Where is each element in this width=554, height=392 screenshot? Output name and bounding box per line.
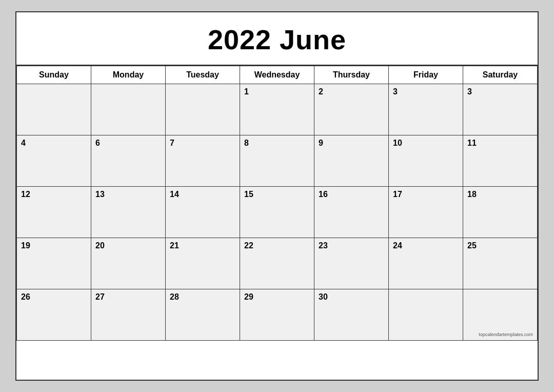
week-row-5: 2627282930topcalendartemplates.com (17, 289, 538, 341)
day-number: 7 (170, 139, 235, 148)
day-cell: 1 (240, 84, 314, 135)
day-number: 4 (21, 139, 87, 148)
day-number: 19 (21, 241, 87, 250)
day-cell: 7 (166, 135, 240, 187)
day-number: 10 (393, 139, 459, 148)
day-cell: 25 (463, 238, 538, 289)
day-cell (166, 84, 240, 135)
week-row-4: 19202122232425 (17, 238, 538, 289)
watermark: topcalendartemplates.com (479, 332, 533, 337)
day-number: 30 (319, 292, 384, 302)
day-cell: 19 (17, 238, 91, 289)
day-number: 3 (393, 87, 459, 96)
day-number: 22 (244, 241, 310, 250)
day-number: 6 (95, 139, 161, 148)
day-number: 16 (319, 190, 384, 199)
day-headers-row: SundayMondayTuesdayWednesdayThursdayFrid… (17, 66, 538, 84)
day-number: 25 (467, 241, 533, 250)
day-cell: 3 (463, 84, 538, 135)
day-number: 1 (244, 87, 310, 96)
day-header-tuesday: Tuesday (166, 66, 240, 84)
week-row-1: 1233 (17, 84, 538, 135)
day-cell: 18 (463, 187, 538, 238)
day-number: 9 (319, 139, 384, 148)
day-number: 27 (95, 292, 161, 302)
day-cell: 4 (17, 135, 91, 187)
day-cell: 14 (166, 187, 240, 238)
day-cell: 24 (389, 238, 463, 289)
calendar-table: SundayMondayTuesdayWednesdayThursdayFrid… (16, 66, 538, 341)
calendar-container: 2022 June SundayMondayTuesdayWednesdayTh… (15, 11, 539, 381)
day-number: 17 (393, 190, 459, 199)
day-cell: 30 (314, 289, 389, 341)
day-number: 21 (170, 241, 235, 250)
day-cell: 11 (463, 135, 538, 187)
day-number: 26 (21, 292, 87, 302)
day-cell: 16 (314, 187, 389, 238)
day-header-monday: Monday (91, 66, 166, 84)
day-cell: 22 (240, 238, 314, 289)
day-cell: 15 (240, 187, 314, 238)
day-cell: 29 (240, 289, 314, 341)
calendar-header: 2022 June (16, 12, 538, 66)
day-number: 2 (319, 87, 384, 96)
week-row-2: 467891011 (17, 135, 538, 187)
day-cell: 10 (389, 135, 463, 187)
week-row-3: 12131415161718 (17, 187, 538, 238)
day-number: 3 (467, 87, 533, 96)
day-cell: 21 (166, 238, 240, 289)
day-cell (389, 289, 463, 341)
day-cell: topcalendartemplates.com (463, 289, 538, 341)
day-cell: 28 (166, 289, 240, 341)
day-cell: 2 (314, 84, 389, 135)
day-number: 14 (170, 190, 235, 199)
day-number: 15 (244, 190, 310, 199)
day-header-thursday: Thursday (314, 66, 389, 84)
day-cell: 3 (389, 84, 463, 135)
day-header-sunday: Sunday (17, 66, 91, 84)
day-number: 12 (21, 190, 87, 199)
day-header-wednesday: Wednesday (240, 66, 314, 84)
day-number: 24 (393, 241, 459, 250)
day-cell: 20 (91, 238, 166, 289)
day-cell (17, 84, 91, 135)
day-cell: 9 (314, 135, 389, 187)
day-cell (91, 84, 166, 135)
day-cell: 17 (389, 187, 463, 238)
day-number: 13 (95, 190, 161, 199)
day-cell: 12 (17, 187, 91, 238)
day-number: 20 (95, 241, 161, 250)
day-header-saturday: Saturday (463, 66, 538, 84)
day-number: 23 (319, 241, 384, 250)
calendar-title: 2022 June (208, 24, 346, 55)
day-number: 29 (244, 292, 310, 302)
day-number: 18 (467, 190, 533, 199)
day-cell: 27 (91, 289, 166, 341)
day-cell: 8 (240, 135, 314, 187)
day-number: 28 (170, 292, 235, 302)
day-header-friday: Friday (389, 66, 463, 84)
day-cell: 6 (91, 135, 166, 187)
day-number: 11 (467, 139, 533, 148)
day-cell: 26 (17, 289, 91, 341)
day-cell: 13 (91, 187, 166, 238)
day-number: 8 (244, 139, 310, 148)
day-cell: 23 (314, 238, 389, 289)
